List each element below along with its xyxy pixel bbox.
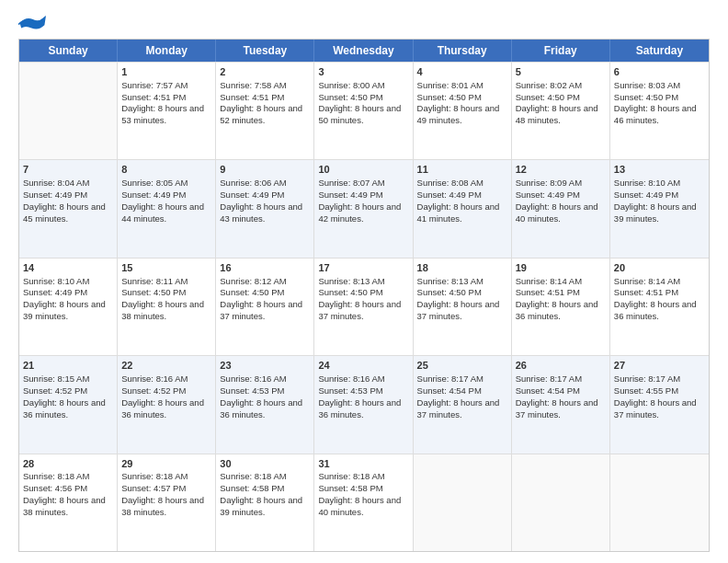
daylight-text: Daylight: 8 hours and 37 minutes. (614, 397, 697, 419)
calendar-cell: 10Sunrise: 8:07 AMSunset: 4:49 PMDayligh… (314, 160, 413, 257)
day-number: 6 (614, 65, 705, 79)
day-number: 10 (318, 163, 408, 177)
sunset-text: Sunset: 4:55 PM (614, 385, 678, 396)
calendar: SundayMondayTuesdayWednesdayThursdayFrid… (18, 39, 710, 552)
sunset-text: Sunset: 4:50 PM (121, 287, 186, 297)
calendar-cell: 2Sunrise: 7:58 AMSunset: 4:51 PMDaylight… (216, 63, 314, 159)
page: SundayMondayTuesdayWednesdayThursdayFrid… (0, 0, 728, 563)
daylight-text: Daylight: 8 hours and 37 minutes. (417, 299, 500, 321)
day-number: 4 (417, 65, 507, 79)
sunset-text: Sunset: 4:51 PM (614, 287, 678, 297)
day-number: 14 (23, 261, 113, 275)
calendar-cell: 8Sunrise: 8:05 AMSunset: 4:49 PMDaylight… (118, 160, 216, 257)
calendar-body: 1Sunrise: 7:57 AMSunset: 4:51 PMDaylight… (19, 62, 709, 551)
sunset-text: Sunset: 4:51 PM (121, 92, 186, 102)
daylight-text: Daylight: 8 hours and 38 minutes. (121, 495, 204, 517)
day-number: 3 (318, 65, 408, 79)
sunrise-text: Sunrise: 8:15 AM (23, 373, 89, 384)
sunrise-text: Sunrise: 8:18 AM (121, 471, 188, 481)
calendar-cell: 27Sunrise: 8:17 AMSunset: 4:55 PMDayligh… (610, 356, 709, 453)
daylight-text: Daylight: 8 hours and 44 minutes. (121, 201, 204, 224)
daylight-text: Daylight: 8 hours and 53 minutes. (121, 103, 204, 125)
sunset-text: Sunset: 4:49 PM (220, 190, 284, 200)
calendar-cell: 24Sunrise: 8:16 AMSunset: 4:53 PMDayligh… (314, 356, 413, 453)
sunrise-text: Sunrise: 8:03 AM (614, 80, 680, 90)
sunrise-text: Sunrise: 8:16 AM (220, 373, 286, 384)
sunrise-text: Sunrise: 7:58 AM (220, 80, 286, 90)
day-number: 26 (516, 359, 606, 373)
sunset-text: Sunset: 4:51 PM (220, 92, 284, 102)
daylight-text: Daylight: 8 hours and 36 minutes. (121, 397, 204, 419)
logo-icon (18, 15, 46, 31)
weekday-header: Wednesday (314, 40, 413, 62)
sunset-text: Sunset: 4:49 PM (318, 190, 382, 200)
calendar-row: 1Sunrise: 7:57 AMSunset: 4:51 PMDaylight… (19, 62, 709, 159)
daylight-text: Daylight: 8 hours and 46 minutes. (614, 103, 697, 125)
calendar-cell: 6Sunrise: 8:03 AMSunset: 4:50 PMDaylight… (610, 63, 709, 159)
sunrise-text: Sunrise: 8:17 AM (614, 373, 680, 384)
sunset-text: Sunset: 4:58 PM (220, 483, 284, 493)
day-number: 5 (516, 65, 606, 79)
calendar-cell: 1Sunrise: 7:57 AMSunset: 4:51 PMDaylight… (118, 63, 216, 159)
sunrise-text: Sunrise: 8:00 AM (318, 80, 384, 90)
sunset-text: Sunset: 4:50 PM (516, 92, 580, 102)
day-number: 19 (516, 261, 606, 275)
sunrise-text: Sunrise: 8:17 AM (516, 373, 582, 384)
calendar-cell: 20Sunrise: 8:14 AMSunset: 4:51 PMDayligh… (610, 259, 709, 355)
calendar-cell: 29Sunrise: 8:18 AMSunset: 4:57 PMDayligh… (118, 454, 216, 551)
day-number: 2 (220, 65, 310, 79)
sunrise-text: Sunrise: 8:12 AM (220, 276, 286, 286)
calendar-cell: 12Sunrise: 8:09 AMSunset: 4:49 PMDayligh… (512, 160, 610, 257)
sunset-text: Sunset: 4:49 PM (516, 190, 580, 200)
day-number: 9 (220, 163, 310, 177)
sunset-text: Sunset: 4:58 PM (318, 483, 382, 493)
day-number: 20 (614, 261, 705, 275)
calendar-cell: 4Sunrise: 8:01 AMSunset: 4:50 PMDaylight… (414, 63, 512, 159)
daylight-text: Daylight: 8 hours and 36 minutes. (23, 397, 106, 419)
day-number: 18 (417, 261, 507, 275)
sunset-text: Sunset: 4:56 PM (23, 483, 87, 493)
sunset-text: Sunset: 4:52 PM (121, 385, 186, 396)
sunrise-text: Sunrise: 8:05 AM (121, 178, 188, 188)
day-number: 11 (417, 163, 507, 177)
calendar-cell (512, 454, 610, 551)
day-number: 22 (121, 359, 211, 373)
sunset-text: Sunset: 4:49 PM (23, 287, 87, 297)
sunset-text: Sunset: 4:52 PM (23, 385, 87, 396)
daylight-text: Daylight: 8 hours and 37 minutes. (417, 397, 500, 419)
sunrise-text: Sunrise: 8:18 AM (220, 471, 286, 481)
sunset-text: Sunset: 4:51 PM (516, 287, 580, 297)
sunrise-text: Sunrise: 8:11 AM (121, 276, 188, 286)
daylight-text: Daylight: 8 hours and 37 minutes. (516, 397, 598, 419)
sunset-text: Sunset: 4:54 PM (516, 385, 580, 396)
daylight-text: Daylight: 8 hours and 39 minutes. (614, 201, 697, 224)
sunset-text: Sunset: 4:57 PM (121, 483, 186, 493)
calendar-cell: 23Sunrise: 8:16 AMSunset: 4:53 PMDayligh… (216, 356, 314, 453)
calendar-cell: 5Sunrise: 8:02 AMSunset: 4:50 PMDaylight… (512, 63, 610, 159)
day-number: 21 (23, 359, 113, 373)
sunrise-text: Sunrise: 8:14 AM (516, 276, 582, 286)
calendar-cell: 9Sunrise: 8:06 AMSunset: 4:49 PMDaylight… (216, 160, 314, 257)
day-number: 27 (614, 359, 705, 373)
sunset-text: Sunset: 4:54 PM (417, 385, 482, 396)
day-number: 15 (121, 261, 211, 275)
sunset-text: Sunset: 4:50 PM (417, 92, 482, 102)
calendar-cell: 18Sunrise: 8:13 AMSunset: 4:50 PMDayligh… (414, 259, 512, 355)
calendar-cell: 7Sunrise: 8:04 AMSunset: 4:49 PMDaylight… (19, 160, 118, 257)
sunrise-text: Sunrise: 8:18 AM (23, 471, 89, 481)
daylight-text: Daylight: 8 hours and 48 minutes. (516, 103, 598, 125)
weekday-header: Friday (512, 40, 610, 62)
calendar-cell: 13Sunrise: 8:10 AMSunset: 4:49 PMDayligh… (610, 160, 709, 257)
calendar-cell: 3Sunrise: 8:00 AMSunset: 4:50 PMDaylight… (314, 63, 413, 159)
daylight-text: Daylight: 8 hours and 52 minutes. (220, 103, 302, 125)
weekday-header: Thursday (414, 40, 512, 62)
day-number: 7 (23, 163, 113, 177)
sunrise-text: Sunrise: 8:16 AM (121, 373, 188, 384)
daylight-text: Daylight: 8 hours and 36 minutes. (220, 397, 302, 419)
sunrise-text: Sunrise: 8:10 AM (614, 178, 680, 188)
sunrise-text: Sunrise: 7:57 AM (121, 80, 188, 90)
day-number: 23 (220, 359, 310, 373)
calendar-cell (414, 454, 512, 551)
header (18, 15, 710, 31)
daylight-text: Daylight: 8 hours and 36 minutes. (516, 299, 598, 321)
